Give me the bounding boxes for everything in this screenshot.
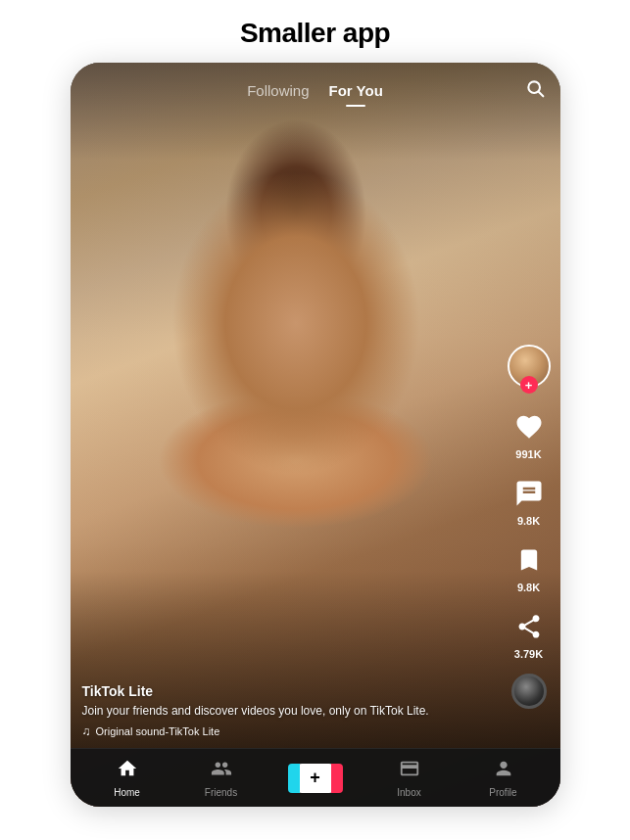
tab-for-you[interactable]: For You bbox=[329, 78, 383, 103]
share-icon bbox=[509, 607, 549, 646]
like-button[interactable]: 991K bbox=[509, 407, 549, 460]
add-button[interactable]: + bbox=[294, 764, 337, 793]
nav-tabs: Following For You bbox=[86, 78, 545, 103]
nav-profile[interactable]: Profile bbox=[474, 758, 533, 798]
like-count: 991K bbox=[515, 448, 541, 460]
action-bar: + 991K 9.8K bbox=[508, 345, 551, 709]
video-username: TikTok Lite bbox=[82, 683, 502, 699]
bookmark-count: 9.8K bbox=[517, 582, 540, 593]
nav-inbox-label: Inbox bbox=[397, 787, 420, 798]
video-info: TikTok Lite Join your friends and discov… bbox=[82, 683, 502, 738]
video-description: Join your friends and discover videos yo… bbox=[82, 703, 502, 720]
svg-line-1 bbox=[538, 92, 543, 97]
search-icon[interactable] bbox=[525, 78, 545, 103]
nav-add[interactable]: + bbox=[286, 764, 345, 793]
inbox-icon bbox=[399, 758, 420, 784]
page-title: Smaller app bbox=[240, 18, 390, 49]
comment-icon bbox=[509, 474, 549, 513]
nav-friends-label: Friends bbox=[205, 787, 237, 798]
friends-icon bbox=[211, 758, 232, 784]
bookmark-button[interactable]: 9.8K bbox=[509, 540, 549, 593]
profile-icon bbox=[493, 758, 514, 784]
nav-profile-label: Profile bbox=[489, 787, 516, 798]
sound-name: Original sound-TikTok Lite bbox=[96, 725, 220, 737]
add-plus-icon: + bbox=[310, 768, 320, 788]
bottom-nav: Home Friends + Inbox bbox=[71, 748, 560, 807]
nav-home-label: Home bbox=[114, 787, 140, 798]
heart-icon bbox=[509, 407, 549, 446]
video-header: Following For You bbox=[71, 63, 560, 113]
creator-avatar-container[interactable]: + bbox=[508, 345, 551, 388]
sound-disc bbox=[511, 674, 547, 709]
home-icon bbox=[117, 758, 138, 784]
nav-friends[interactable]: Friends bbox=[192, 758, 251, 798]
nav-inbox[interactable]: Inbox bbox=[380, 758, 439, 798]
comment-button[interactable]: 9.8K bbox=[509, 474, 549, 527]
phone-frame: Following For You + 991K bbox=[71, 63, 560, 807]
bookmark-icon bbox=[509, 540, 549, 580]
share-count: 3.79K bbox=[514, 648, 543, 660]
share-button[interactable]: 3.79K bbox=[509, 607, 549, 660]
tab-following[interactable]: Following bbox=[247, 78, 309, 103]
music-note-icon: ♫ bbox=[82, 724, 91, 738]
sound-info: ♫ Original sound-TikTok Lite bbox=[82, 724, 502, 738]
comment-count: 9.8K bbox=[517, 515, 540, 527]
nav-home[interactable]: Home bbox=[98, 758, 157, 798]
follow-plus-icon[interactable]: + bbox=[520, 376, 538, 394]
